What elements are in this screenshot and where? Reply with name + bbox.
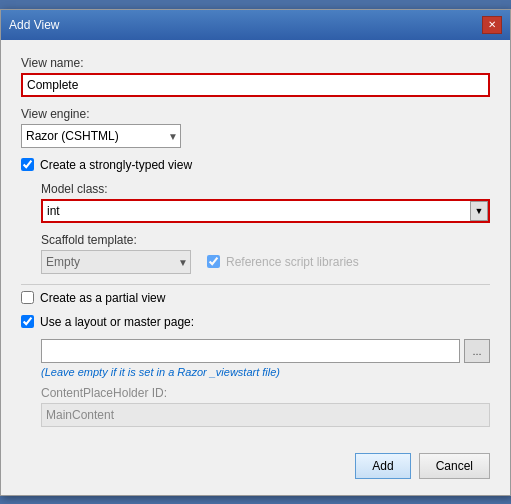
model-class-row: ▼ [41,199,490,223]
partial-view-checkbox[interactable] [21,291,34,304]
reference-scripts-row: Reference script libraries [207,255,359,269]
use-layout-checkbox[interactable] [21,315,34,328]
scaffold-template-label: Scaffold template: [41,233,490,247]
view-engine-label: View engine: [21,107,490,121]
title-bar: Add View ✕ [1,10,510,40]
button-bar: Add Cancel [1,443,510,495]
browse-button[interactable]: ... [464,339,490,363]
add-view-dialog: Add View ✕ View name: View engine: Razor… [0,9,511,496]
indented-section: Model class: ▼ Scaffold template: Empty … [21,182,490,274]
view-engine-select[interactable]: Razor (CSHTML) ASPX [21,124,181,148]
use-layout-label[interactable]: Use a layout or master page: [40,315,194,329]
layout-input-row: ... [41,339,490,363]
view-name-label: View name: [21,56,490,70]
partial-view-label[interactable]: Create as a partial view [40,291,165,305]
content-placeholder-label: ContentPlaceHolder ID: [41,386,490,400]
scaffold-select[interactable]: Empty Create Delete Details Edit List [41,250,191,274]
scaffold-template-group: Scaffold template: Empty Create Delete D… [41,233,490,274]
reference-scripts-checkbox[interactable] [207,255,220,268]
model-class-group: Model class: ▼ [41,182,490,223]
use-layout-row: Use a layout or master page: [21,315,490,329]
view-engine-group: View engine: Razor (CSHTML) ASPX ▼ [21,107,490,148]
strongly-typed-row: Create a strongly-typed view [21,158,490,172]
layout-hint-text: (Leave empty if it is set in a Razor _vi… [41,366,490,378]
model-class-dropdown-button[interactable]: ▼ [470,201,488,221]
layout-path-input[interactable] [41,339,460,363]
view-name-group: View name: [21,56,490,97]
view-engine-select-wrapper: Razor (CSHTML) ASPX ▼ [21,124,181,148]
strongly-typed-label[interactable]: Create a strongly-typed view [40,158,192,172]
view-name-input[interactable] [21,73,490,97]
close-button[interactable]: ✕ [482,16,502,34]
content-placeholder-input[interactable] [41,403,490,427]
dialog-body: View name: View engine: Razor (CSHTML) A… [1,40,510,443]
model-class-input[interactable] [41,199,490,223]
scaffold-select-wrapper: Empty Create Delete Details Edit List ▼ [41,250,191,274]
content-placeholder-group: ContentPlaceHolder ID: [41,386,490,427]
title-bar-controls: ✕ [482,16,502,34]
cancel-button[interactable]: Cancel [419,453,490,479]
divider [21,284,490,285]
add-button[interactable]: Add [355,453,410,479]
scaffold-row: Empty Create Delete Details Edit List ▼ … [41,250,490,274]
partial-view-row: Create as a partial view [21,291,490,305]
layout-section: ... (Leave empty if it is set in a Razor… [21,339,490,427]
reference-scripts-label[interactable]: Reference script libraries [226,255,359,269]
strongly-typed-checkbox[interactable] [21,158,34,171]
model-class-label: Model class: [41,182,490,196]
dialog-title: Add View [9,18,59,32]
